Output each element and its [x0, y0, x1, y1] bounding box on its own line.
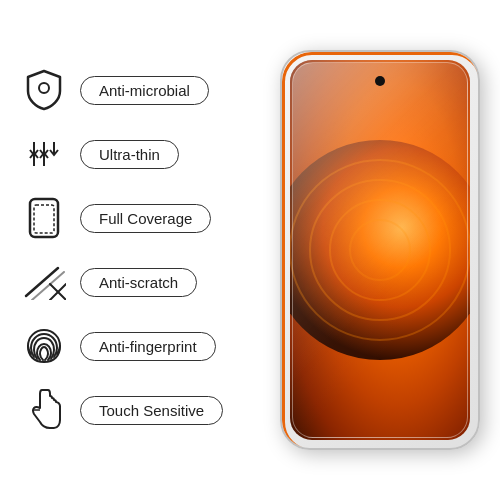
full-coverage-label: Full Coverage — [80, 204, 211, 233]
arrows-icon — [20, 130, 68, 178]
feature-row-anti-fingerprint: Anti-fingerprint — [20, 318, 250, 374]
fingerprint-icon — [20, 322, 68, 370]
shield-icon — [20, 66, 68, 114]
feature-row-touch-sensitive: Touch Sensitive — [20, 382, 250, 438]
feature-row-full-coverage: Full Coverage — [20, 190, 250, 246]
anti-scratch-label: Anti-scratch — [80, 268, 197, 297]
svg-rect-7 — [34, 205, 54, 233]
phone-frame-icon — [20, 194, 68, 242]
phone-display-panel — [260, 0, 500, 500]
svg-point-0 — [39, 83, 49, 93]
anti-fingerprint-label: Anti-fingerprint — [80, 332, 216, 361]
anti-microbial-label: Anti-microbial — [80, 76, 209, 105]
touch-sensitive-label: Touch Sensitive — [80, 396, 223, 425]
phone-camera — [375, 76, 385, 86]
feature-row-ultra-thin: Ultra-thin — [20, 126, 250, 182]
feature-row-anti-scratch: Anti-scratch — [20, 254, 250, 310]
phone-mockup — [280, 50, 480, 450]
hand-icon — [20, 386, 68, 434]
phone-screen — [290, 60, 470, 440]
scratch-icon — [20, 258, 68, 306]
feature-row-anti-microbial: Anti-microbial — [20, 62, 250, 118]
features-panel: Anti-microbial Ultra-thin — [0, 0, 260, 500]
ultra-thin-label: Ultra-thin — [80, 140, 179, 169]
screen-protector-overlay — [292, 62, 468, 438]
